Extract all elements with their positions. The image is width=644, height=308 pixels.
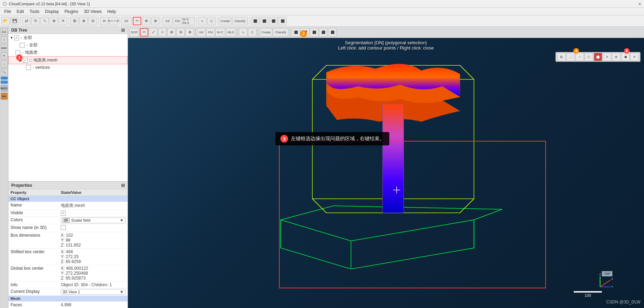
tree-item-all[interactable]: ○ 全部	[8, 41, 128, 49]
rotate-btn[interactable]: ↻	[31, 17, 40, 25]
col-property: Property	[8, 189, 59, 196]
3d-kd-btn[interactable]: Kd	[197, 28, 206, 37]
3d-mesh-btn[interactable]: ⊗	[186, 28, 194, 37]
side-icon-front[interactable]: FRONT	[1, 77, 8, 84]
display-dropdown[interactable]: 3D View 1 ▼	[61, 289, 125, 295]
seg-info-line2: Left click: add contour points / Right c…	[338, 45, 434, 51]
measure-btn[interactable]: ⟵⟶	[109, 17, 118, 25]
save-btn[interactable]: 💾	[11, 17, 19, 25]
tr-hash-btn[interactable]: #	[603, 53, 611, 61]
properties-collapse[interactable]: ⊟	[121, 183, 125, 188]
tr-scissors-btn[interactable]: ⬤	[594, 53, 602, 61]
tree-item-vertices[interactable]: ○ vertices	[8, 64, 128, 71]
db-tree-collapse[interactable]: ⊟	[121, 28, 125, 33]
tree-checkbox-vertices[interactable]	[26, 65, 31, 70]
menu-display[interactable]: Display	[42, 8, 61, 15]
3d-plus-btn[interactable]: ⊕	[167, 28, 176, 37]
3d-view[interactable]: SOR ✂ ⤢ ⊹ ⊕ ⊖ ⊗ Kd FM N+C MLS ∿ ⟨⟩ Creat…	[128, 27, 644, 308]
scale-label: 100	[585, 293, 591, 297]
side-icon-plus[interactable]: +	[1, 52, 8, 59]
canvas-area[interactable]: SOR ✂ ⤢ ⊹ ⊕ ⊖ ⊗ Kd FM N+C MLS ∿ ⟨⟩ Creat…	[128, 27, 644, 308]
merge-btn[interactable]: ⊗	[151, 17, 160, 25]
open-file-btn[interactable]: 📂	[1, 17, 10, 25]
sor-btn[interactable]: SF	[121, 17, 132, 25]
align-btn[interactable]: ⊕	[50, 17, 58, 25]
dropdown-arrow: ▼	[120, 218, 124, 222]
3d-minus-btn[interactable]: ⊖	[176, 28, 185, 37]
nav-top[interactable]: TOP	[602, 271, 612, 276]
menu-file[interactable]: File	[1, 8, 14, 15]
3d-ext4-btn[interactable]: ⬛	[319, 28, 327, 37]
visible-checkbox[interactable]	[61, 211, 66, 216]
3d-ext1-btn[interactable]: ⬛	[292, 28, 300, 37]
tree-checkbox-all[interactable]	[20, 43, 25, 48]
3d-mls-btn[interactable]: MLS	[226, 28, 236, 37]
3d-ext5-btn[interactable]: ⬛	[328, 28, 337, 37]
3d-pca-btn[interactable]: ⟨⟩	[248, 28, 256, 37]
toolbar-extra1[interactable]: ⬛	[251, 17, 259, 25]
zoom-out-btn[interactable]: ⊖	[89, 17, 97, 25]
tree-item-surface[interactable]: ○ 地面类	[8, 49, 128, 56]
tr-rect-btn[interactable]: ⬜	[566, 53, 575, 61]
watermark-text: CSDN @3D_DLW	[606, 300, 640, 304]
tr-close-btn[interactable]: ✕	[630, 53, 639, 61]
menu-help[interactable]: Help	[104, 8, 119, 15]
showname-checkbox[interactable]	[61, 225, 66, 230]
tree-expand-root[interactable]: ▼	[10, 36, 13, 40]
menu-plugins[interactable]: Plugins	[61, 8, 81, 15]
tr-polygon-btn[interactable]: ⬡	[585, 53, 593, 61]
side-icon-dots[interactable]: ●●	[1, 93, 8, 100]
zoom-in-btn[interactable]: ⊕	[79, 17, 88, 25]
point-pick-btn[interactable]: ⊳	[100, 17, 109, 25]
side-icon-back[interactable]: BACK	[1, 85, 8, 92]
toolbar-extra4[interactable]: ⬛	[278, 17, 287, 25]
3d-fm-btn[interactable]: FM	[206, 28, 215, 37]
normal-btn[interactable]: ∿	[198, 17, 207, 25]
3d-nc-btn[interactable]: N+C	[215, 28, 225, 37]
segment-btn[interactable]: ✂	[133, 17, 141, 25]
prop-name-row: Name 地面类.mesh	[8, 202, 128, 210]
tr-split-btn[interactable]: ⊞	[557, 53, 566, 61]
pca-btn[interactable]: ⟨⟩	[207, 17, 216, 25]
toolbar-extra3[interactable]: ⬛	[269, 17, 278, 25]
side-icon-arrows[interactable]: ↔	[1, 36, 8, 43]
3d-segment-btn[interactable]: ✂	[140, 28, 148, 37]
3d-normal-btn[interactable]: ∿	[239, 28, 247, 37]
scale-btn[interactable]: ⤡	[40, 17, 49, 25]
create-btn[interactable]: Create	[219, 17, 232, 25]
side-icon-auto[interactable]: auto	[1, 44, 8, 51]
close-button[interactable]: ×	[638, 1, 641, 7]
tree-checkbox-mesh[interactable]	[23, 58, 28, 63]
tr-pause-btn[interactable]: ⊗	[612, 53, 620, 61]
3d-sor-btn[interactable]: SOR	[129, 28, 139, 37]
tr-circle-btn[interactable]: ○	[575, 53, 584, 61]
delete-btn[interactable]: ✕	[59, 17, 67, 25]
colors-dropdown[interactable]: SF Scalar field ▼	[61, 217, 125, 223]
menu-edit[interactable]: Edit	[14, 8, 27, 15]
tr-stop-btn[interactable]: ⏹	[621, 53, 630, 61]
3d-crosshair-btn[interactable]: ⊹	[158, 28, 167, 37]
3d-ext3-btn[interactable]: ⬛	[310, 28, 318, 37]
side-icon-search[interactable]: 🔍	[1, 68, 8, 76]
zoom-fit-btn[interactable]: ⊞	[70, 17, 79, 25]
kd-btn[interactable]: Kd	[163, 17, 173, 25]
menu-3dviews[interactable]: 3D Views	[81, 8, 104, 15]
menu-tools[interactable]: Tools	[27, 8, 42, 15]
classify-btn[interactable]: Classify	[232, 17, 248, 25]
toolbar-extra2[interactable]: ⬛	[260, 17, 268, 25]
side-icon-minus[interactable]: -	[1, 60, 8, 67]
clone-btn[interactable]: ⊕	[142, 17, 150, 25]
3d-create2-btn[interactable]: Create	[260, 28, 272, 37]
3d-classify-btn[interactable]: Classify	[273, 28, 288, 37]
annotation-text: 左键框选边缘出现问题的区域，右键结束。	[291, 136, 384, 142]
tree-item-root[interactable]: ▼ ○ 全部	[8, 34, 128, 41]
3d-translate-btn[interactable]: ⤢	[149, 28, 157, 37]
segmentation-info: Segmentation [ON] (polygonal selection) …	[338, 40, 434, 51]
side-icon-1-1[interactable]: 1:1	[1, 28, 8, 35]
tree-checkbox-root[interactable]	[14, 35, 19, 40]
nc-mls-btn[interactable]: N+C MLS	[182, 17, 195, 25]
badge-2: 2	[300, 30, 307, 37]
fm-btn[interactable]: FM	[173, 17, 182, 25]
tree-item-mesh[interactable]: ▶ ⬡ 地面类.mesh	[8, 56, 128, 64]
translate-btn[interactable]: ⇄	[22, 17, 31, 25]
